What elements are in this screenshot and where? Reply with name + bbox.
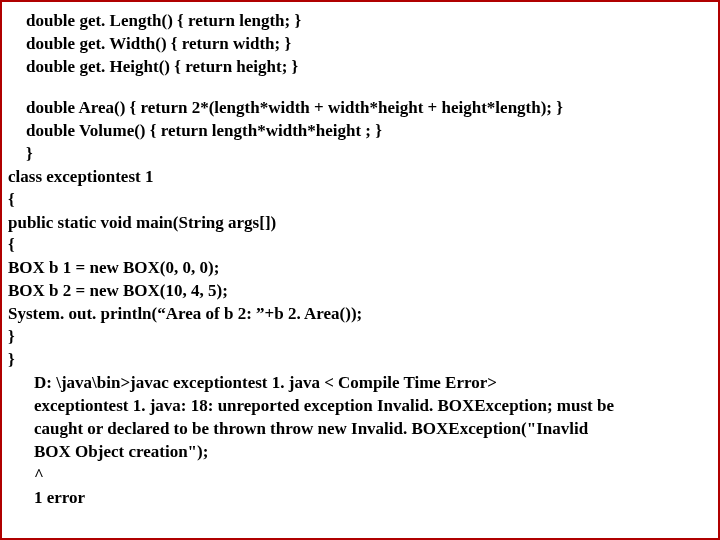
- code-line: double get. Height() { return height; }: [8, 56, 712, 79]
- blank-line: [8, 79, 712, 97]
- code-line: {: [8, 234, 712, 257]
- code-line: }: [8, 326, 712, 349]
- code-line: }: [8, 349, 712, 372]
- code-line: class exceptiontest 1: [8, 166, 712, 189]
- output-line: D: \java\bin>javac exceptiontest 1. java…: [8, 372, 712, 395]
- code-line: double Volume() { return length*width*he…: [8, 120, 712, 143]
- code-line: double Area() { return 2*(length*width +…: [8, 97, 712, 120]
- code-line: BOX b 2 = new BOX(10, 4, 5);: [8, 280, 712, 303]
- code-slide: double get. Length() { return length; } …: [0, 0, 720, 540]
- code-line: {: [8, 189, 712, 212]
- code-line: public static void main(String args[]): [8, 212, 712, 235]
- code-line: System. out. println(“Area of b 2: ”+b 2…: [8, 303, 712, 326]
- output-line: exceptiontest 1. java: 18: unreported ex…: [8, 395, 712, 418]
- output-line: BOX Object creation");: [8, 441, 712, 464]
- code-line: }: [8, 143, 712, 166]
- code-line: double get. Length() { return length; }: [8, 10, 712, 33]
- output-line: caught or declared to be thrown throw ne…: [8, 418, 712, 441]
- output-line: ^: [8, 464, 712, 487]
- output-line: 1 error: [8, 487, 712, 510]
- code-line: BOX b 1 = new BOX(0, 0, 0);: [8, 257, 712, 280]
- code-line: double get. Width() { return width; }: [8, 33, 712, 56]
